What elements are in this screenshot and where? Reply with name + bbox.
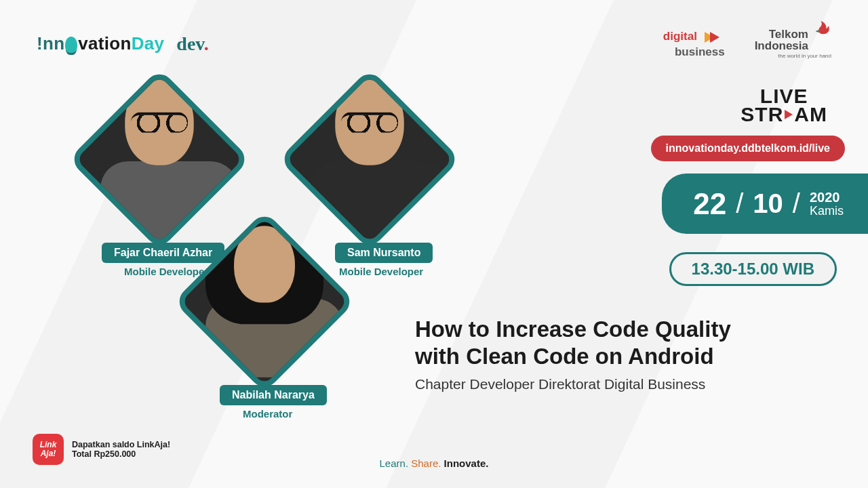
speaker-1-portrait [100, 79, 218, 240]
digital-business-mark-icon [705, 28, 725, 46]
tagline-learn: Learn. [380, 458, 409, 469]
speaker-3-photo-frame [174, 211, 356, 393]
dev-dot-icon: . [204, 33, 209, 54]
header: !nn vation Day dev. digital business Tel… [37, 28, 831, 59]
tagline-share: Share. [411, 458, 441, 469]
livestream-url[interactable]: innovationday.ddbtelkom.id/live [651, 136, 845, 161]
speaker-3-name: Nabilah Nararya [220, 385, 327, 405]
title-line2: with Clean Code on Android [415, 344, 714, 369]
speaker-2-portrait [311, 79, 429, 240]
date-month: 10 [753, 188, 783, 219]
play-icon [785, 110, 793, 119]
telkom-line2: Indonesia [755, 39, 808, 52]
date-year: 2020 [810, 190, 840, 205]
logos-right: digital business Telkom Indonesia the wo… [663, 28, 831, 59]
digital-business-logo: digital business [663, 28, 725, 58]
event-subtitle: Chapter Developer Direktorat Digital Bus… [415, 376, 835, 392]
date-box: 22 / 10 / 2020 Kamis [662, 174, 868, 234]
dev-text: dev [176, 33, 203, 54]
title-line1: How to Increase Code Quality [415, 317, 731, 342]
innovationday-post: vation [78, 33, 131, 54]
innovationday-logo: !nn vation Day [37, 33, 164, 54]
speaker-2-name: Sam Nursanto [335, 243, 433, 263]
tagline-innovate: Innovate. [444, 458, 489, 469]
logos-left: !nn vation Day dev. [37, 33, 209, 55]
time-box: 13.30-15.00 WIB [669, 252, 837, 286]
digital-top: digital [663, 30, 697, 43]
tagline: Learn. Share. Innovate. [0, 458, 868, 469]
speaker-1-role: Mobile Developer [124, 266, 208, 277]
telkom-tag: the world in your hand [755, 53, 831, 59]
telkom-hand-icon [814, 16, 833, 35]
event-title: How to Increase Code Quality with Clean … [415, 316, 835, 392]
dev-logo: dev. [176, 33, 208, 55]
livestream-label: LIVE STRAM [741, 87, 827, 123]
innovationday-pre: !nn [37, 33, 64, 54]
speaker-2-role: Mobile Developer [339, 266, 423, 277]
telkom-logo: Telkom Indonesia the world in your hand [755, 28, 831, 59]
innovationday-day: Day [132, 33, 165, 54]
date-dow: Kamis [810, 205, 844, 218]
speaker-1-name: Fajar Chaeril Azhar [102, 243, 224, 263]
speaker-1-photo-frame [68, 68, 251, 251]
promo-line1: Dapatkan saldo LinkAja! [72, 440, 170, 449]
bulb-icon [65, 37, 77, 53]
speaker-3-role: Moderator [243, 408, 292, 420]
date-day: 22 [693, 189, 726, 219]
digital-bottom: business [675, 45, 725, 58]
date-sep1: / [736, 188, 743, 219]
date-sep2: / [793, 188, 800, 219]
speaker-2-photo-frame [279, 68, 461, 251]
